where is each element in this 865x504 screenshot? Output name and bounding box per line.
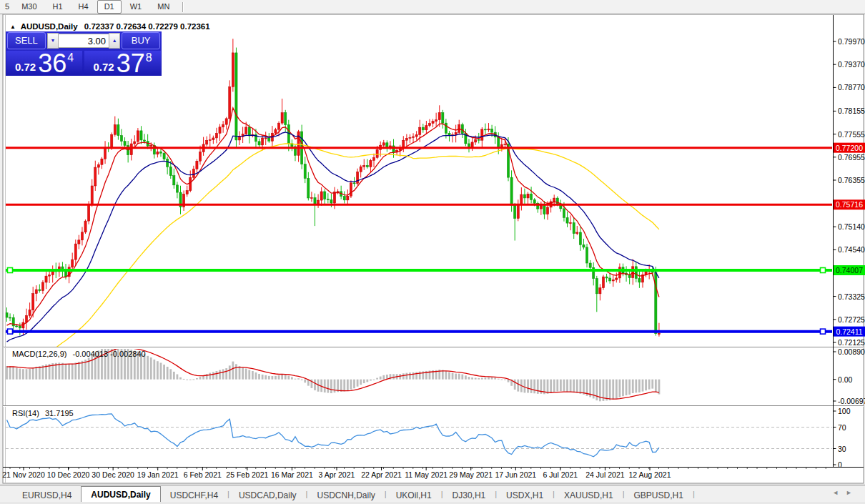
svg-text:10 Dec 2020: 10 Dec 2020: [47, 470, 90, 479]
volume-input[interactable]: [59, 34, 109, 48]
tab-scroll-right-icon[interactable]: ►: [846, 489, 859, 496]
tab-usdcad-daily[interactable]: USDCAD,Daily: [229, 488, 306, 503]
buy-price-big: 37: [117, 51, 145, 75]
chart-title: ▲ AUDUSD,Daily 0.72337 0.72634 0.72279 0…: [10, 22, 210, 31]
toolbar-separator: [182, 2, 184, 12]
tab-usdx-h1[interactable]: USDX,H1: [497, 488, 553, 503]
svg-text:0: 0: [838, 460, 842, 469]
collapse-triangle-icon[interactable]: ▲: [10, 24, 16, 30]
svg-text:6 Jul 2021: 6 Jul 2021: [543, 470, 578, 479]
tab-usdcnh-daily[interactable]: USDCNH,Daily: [307, 488, 384, 503]
tab-ukoil-h1[interactable]: UKOil,H1: [387, 488, 441, 503]
svg-text:0.72411: 0.72411: [836, 327, 862, 336]
svg-text:0.008903: 0.008903: [838, 347, 865, 356]
svg-text:6 Feb 2021: 6 Feb 2021: [184, 470, 222, 479]
symbol-tab-bar: EURUSD,H4 AUDUSD,Daily USDCHF,H4 | USDCA…: [0, 485, 865, 503]
svg-text:0.76955: 0.76955: [838, 153, 865, 162]
svg-text:0.76355: 0.76355: [838, 176, 865, 184]
svg-text:0.75140: 0.75140: [838, 222, 865, 231]
buy-price-pip: 8: [146, 51, 152, 64]
buy-price-prefix: 0.72: [93, 61, 114, 73]
rsi-name: RSI(14): [12, 409, 39, 417]
svg-text:21 Nov 2020: 21 Nov 2020: [2, 470, 45, 479]
chart-symbol-label: AUDUSD,Daily: [21, 22, 78, 31]
sell-price-prefix: 0.72: [15, 61, 36, 73]
tab-eurusd-h4[interactable]: EURUSD,H4: [13, 488, 81, 503]
svg-text:0.78155: 0.78155: [838, 107, 865, 115]
timeframe-toolbar: 5 M30 H1 H4 D1 W1 MN: [0, 0, 865, 14]
svg-text:0.79970: 0.79970: [838, 37, 865, 46]
svg-text:3 Apr 2021: 3 Apr 2021: [319, 470, 355, 479]
svg-text:0.72725: 0.72725: [838, 315, 865, 324]
tab-separator: |: [693, 490, 695, 498]
svg-text:70: 70: [838, 423, 846, 432]
timeframe-button-mn[interactable]: MN: [150, 0, 177, 14]
svg-text:0.77200: 0.77200: [836, 144, 863, 152]
buy-button[interactable]: BUY: [122, 32, 160, 49]
macd-indicator-label: MACD(12,26,9) -0.004013 -0.002840: [12, 350, 146, 358]
svg-text:16 Mar 2021: 16 Mar 2021: [271, 470, 313, 479]
tab-xauusd-h1[interactable]: XAUUSD,H1: [555, 488, 623, 503]
svg-text:30 Dec 2020: 30 Dec 2020: [92, 470, 134, 479]
tab-audusd-daily[interactable]: AUDUSD,Daily: [81, 486, 160, 503]
svg-text:24 Jul 2021: 24 Jul 2021: [585, 470, 624, 479]
trading-app-window: { "toolbar": {"timeframes": ["5", "M30",…: [0, 0, 865, 504]
svg-text:25 Feb 2021: 25 Feb 2021: [226, 470, 268, 479]
sell-button[interactable]: SELL: [7, 32, 46, 49]
svg-text:0.72125: 0.72125: [838, 338, 865, 347]
timeframe-button-m15[interactable]: 5: [1, 0, 13, 14]
tab-scroll-left-icon[interactable]: ◄: [832, 489, 846, 496]
svg-text:0.75716: 0.75716: [836, 200, 863, 209]
svg-text:22 Apr 2021: 22 Apr 2021: [361, 470, 402, 479]
sell-price-pip: 4: [67, 51, 74, 64]
volume-decrease-button[interactable]: ▼: [47, 33, 59, 49]
rsi-value: 31.7195: [45, 409, 74, 417]
buy-price-panel[interactable]: 0.72 37 8: [84, 51, 161, 75]
svg-text:100: 100: [838, 407, 851, 415]
svg-text:0.78770: 0.78770: [838, 83, 865, 92]
timeframe-button-h4[interactable]: H4: [71, 0, 96, 14]
svg-text:17 Jun 2021: 17 Jun 2021: [495, 470, 536, 479]
sell-price-big: 36: [38, 51, 66, 75]
tab-usdchf-h4[interactable]: USDCHF,H4: [161, 488, 227, 503]
svg-text:0.73325: 0.73325: [838, 292, 865, 301]
rsi-indicator-label: RSI(14) 31.7195: [12, 409, 74, 417]
macd-name: MACD(12,26,9): [12, 350, 66, 358]
timeframe-button-d1[interactable]: D1: [97, 0, 122, 14]
svg-text:30: 30: [838, 445, 846, 453]
svg-text:0.77555: 0.77555: [838, 130, 865, 139]
svg-text:12 Aug 2021: 12 Aug 2021: [629, 470, 671, 479]
volume-increase-button[interactable]: ▲: [109, 33, 120, 49]
sell-price-panel[interactable]: 0.72 36 4: [6, 51, 82, 75]
timeframe-button-h1[interactable]: H1: [46, 0, 70, 14]
svg-text:11 May 2021: 11 May 2021: [405, 470, 448, 479]
svg-text:0.00: 0.00: [838, 375, 853, 384]
svg-text:19 Jan 2021: 19 Jan 2021: [137, 470, 179, 479]
timeframe-button-m30[interactable]: M30: [14, 0, 44, 14]
tab-dj30-h1[interactable]: DJ30,H1: [443, 488, 495, 503]
svg-text:29 May 2021: 29 May 2021: [449, 470, 493, 479]
one-click-trading-widget: SELL ▼ ▲ BUY 0.72 36 4 0.72 37 8: [6, 31, 162, 76]
svg-text:-0.006977: -0.006977: [838, 397, 865, 405]
timeframe-button-w1[interactable]: W1: [123, 0, 149, 14]
svg-text:0.74007: 0.74007: [836, 266, 863, 275]
svg-text:0.74540: 0.74540: [838, 245, 865, 254]
chart-ohlc-values: 0.72337 0.72634 0.72279 0.72361: [84, 22, 210, 31]
macd-values: -0.004013 -0.002840: [72, 350, 145, 358]
tab-scroll-arrows[interactable]: ◄►: [832, 489, 859, 496]
svg-text:0.79370: 0.79370: [838, 60, 865, 69]
tab-gbpusd-h1[interactable]: GBPUSD,H1: [625, 488, 693, 503]
